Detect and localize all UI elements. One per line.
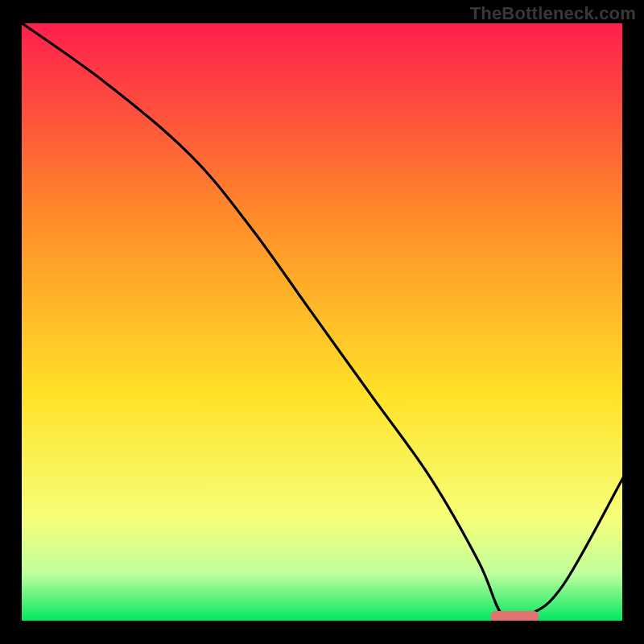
bottleneck-chart <box>0 0 644 644</box>
gradient-background <box>21 23 623 621</box>
optimal-range-marker <box>490 611 539 622</box>
watermark-text: TheBottleneck.com <box>470 3 636 24</box>
